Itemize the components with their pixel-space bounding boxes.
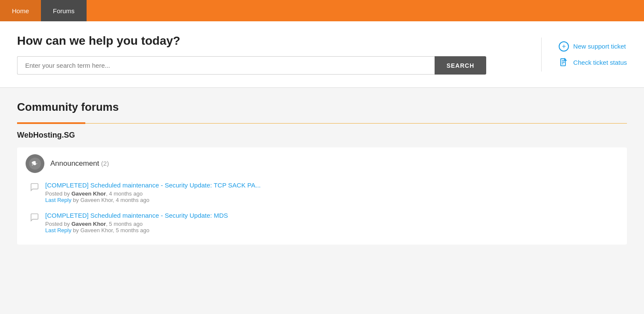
plus-icon: + <box>559 41 569 52</box>
hero-divider <box>541 37 542 72</box>
page-title: Community forums <box>17 101 627 114</box>
nav-home[interactable]: Home <box>0 0 41 21</box>
search-bar: SEARCH <box>17 56 486 75</box>
hero-title: How can we help you today? <box>17 34 524 48</box>
category-title: WebHosting.SG <box>17 131 627 140</box>
forum-group-header: Announcement (2) <box>26 154 618 173</box>
topic-item: [COMPLETED] Scheduled maintenance - Secu… <box>30 207 618 238</box>
topic-author-2: Gaveen Khor <box>71 221 106 227</box>
forum-count: (2) <box>101 160 109 167</box>
svg-point-6 <box>33 163 36 165</box>
ticket-actions: + New support ticket Check ticket status <box>559 41 627 68</box>
topic-last-reply-2: Last Reply by Gaveen Khor, 5 months ago <box>45 227 228 233</box>
topic-title-link[interactable]: [COMPLETED] Scheduled maintenance - Secu… <box>45 181 261 189</box>
check-status-link[interactable]: Check ticket status <box>559 58 627 68</box>
last-reply-link-2[interactable]: Last Reply <box>45 227 71 233</box>
topic-list: [COMPLETED] Scheduled maintenance - Secu… <box>30 177 618 238</box>
topic-author: Gaveen Khor <box>71 190 106 197</box>
new-ticket-label: New support ticket <box>573 43 626 50</box>
forum-icon <box>26 154 44 173</box>
search-button[interactable]: SEARCH <box>435 56 486 75</box>
new-ticket-link[interactable]: + New support ticket <box>559 41 627 52</box>
topic-bubble-icon <box>30 182 39 193</box>
check-status-label: Check ticket status <box>573 59 627 66</box>
nav-forums[interactable]: Forums <box>41 0 87 21</box>
topic-last-reply: Last Reply by Gaveen Khor, 4 months ago <box>45 197 261 203</box>
doc-icon <box>559 58 569 68</box>
top-navigation: Home Forums <box>0 0 644 21</box>
hero-left: How can we help you today? SEARCH <box>17 34 524 75</box>
last-reply-link[interactable]: Last Reply <box>45 197 71 203</box>
topic-item: [COMPLETED] Scheduled maintenance - Secu… <box>30 177 618 207</box>
topic-content-2: [COMPLETED] Scheduled maintenance - Secu… <box>45 212 228 233</box>
category-bar-orange <box>17 122 85 124</box>
main-content: Community forums WebHosting.SG <box>0 88 644 266</box>
search-input[interactable] <box>17 56 435 75</box>
hero-section: How can we help you today? SEARCH + New … <box>0 21 644 88</box>
forum-group: Announcement (2) [COMPLETED] Scheduled m… <box>17 147 627 245</box>
topic-content: [COMPLETED] Scheduled maintenance - Secu… <box>45 181 261 203</box>
topic-meta-2: Posted by Gaveen Khor, 5 months ago <box>45 221 228 227</box>
category-bar-rest <box>85 123 627 124</box>
topic-title-link-2[interactable]: [COMPLETED] Scheduled maintenance - Secu… <box>45 212 228 219</box>
topic-meta: Posted by Gaveen Khor, 4 months ago <box>45 190 261 197</box>
forum-group-name: Announcement (2) <box>50 159 109 168</box>
topic-bubble-icon-2 <box>30 213 39 224</box>
category-divider <box>17 122 627 124</box>
